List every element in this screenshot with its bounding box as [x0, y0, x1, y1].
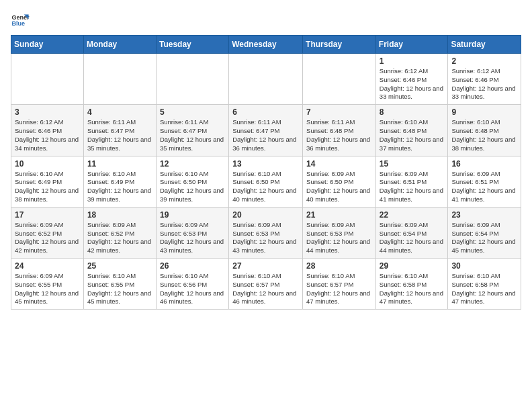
cell-text: Sunrise: 6:09 AM Sunset: 6:52 PM Dayligh… — [87, 221, 152, 255]
day-number: 12 — [160, 159, 225, 169]
calendar-cell: 19Sunrise: 6:09 AM Sunset: 6:53 PM Dayli… — [156, 207, 228, 258]
cell-text: Sunrise: 6:10 AM Sunset: 6:55 PM Dayligh… — [87, 272, 152, 306]
calendar-cell: 6Sunrise: 6:11 AM Sunset: 6:47 PM Daylig… — [229, 105, 303, 156]
calendar-header-sunday: Sunday — [11, 36, 84, 54]
cell-text: Sunrise: 6:09 AM Sunset: 6:55 PM Dayligh… — [15, 272, 80, 306]
calendar-cell: 22Sunrise: 6:09 AM Sunset: 6:54 PM Dayli… — [375, 207, 448, 258]
day-number: 5 — [160, 107, 225, 117]
calendar-cell — [156, 54, 228, 105]
cell-text: Sunrise: 6:10 AM Sunset: 6:48 PM Dayligh… — [451, 118, 517, 152]
logo-icon: General Blue — [11, 11, 30, 30]
day-number: 20 — [232, 210, 299, 220]
calendar-cell: 4Sunrise: 6:11 AM Sunset: 6:47 PM Daylig… — [83, 105, 156, 156]
calendar-cell: 30Sunrise: 6:10 AM Sunset: 6:58 PM Dayli… — [448, 259, 521, 310]
cell-text: Sunrise: 6:11 AM Sunset: 6:48 PM Dayligh… — [306, 118, 372, 152]
calendar-cell: 7Sunrise: 6:11 AM Sunset: 6:48 PM Daylig… — [303, 105, 376, 156]
day-number: 11 — [87, 159, 152, 169]
day-number: 22 — [380, 210, 445, 220]
day-number: 28 — [306, 261, 372, 271]
svg-text:Blue: Blue — [11, 20, 25, 27]
cell-text: Sunrise: 6:11 AM Sunset: 6:47 PM Dayligh… — [87, 118, 152, 152]
day-number: 21 — [306, 210, 372, 220]
calendar-cell: 21Sunrise: 6:09 AM Sunset: 6:53 PM Dayli… — [303, 207, 376, 258]
cell-text: Sunrise: 6:09 AM Sunset: 6:53 PM Dayligh… — [232, 221, 299, 255]
day-number: 7 — [306, 107, 372, 117]
calendar-header-row: SundayMondayTuesdayWednesdayThursdayFrid… — [11, 36, 521, 54]
calendar-cell: 12Sunrise: 6:10 AM Sunset: 6:50 PM Dayli… — [156, 156, 228, 207]
day-number: 25 — [87, 261, 152, 271]
calendar-cell: 28Sunrise: 6:10 AM Sunset: 6:57 PM Dayli… — [303, 259, 376, 310]
day-number: 3 — [15, 107, 80, 117]
day-number: 8 — [380, 107, 445, 117]
cell-text: Sunrise: 6:12 AM Sunset: 6:46 PM Dayligh… — [380, 67, 445, 101]
day-number: 6 — [232, 107, 299, 117]
cell-text: Sunrise: 6:11 AM Sunset: 6:47 PM Dayligh… — [232, 118, 299, 152]
calendar-cell: 10Sunrise: 6:10 AM Sunset: 6:49 PM Dayli… — [11, 156, 84, 207]
day-number: 16 — [451, 159, 517, 169]
cell-text: Sunrise: 6:10 AM Sunset: 6:58 PM Dayligh… — [451, 272, 517, 306]
cell-text: Sunrise: 6:10 AM Sunset: 6:57 PM Dayligh… — [306, 272, 372, 306]
day-number: 10 — [15, 159, 80, 169]
cell-text: Sunrise: 6:11 AM Sunset: 6:47 PM Dayligh… — [160, 118, 225, 152]
calendar-cell: 16Sunrise: 6:09 AM Sunset: 6:51 PM Dayli… — [448, 156, 521, 207]
cell-text: Sunrise: 6:09 AM Sunset: 6:53 PM Dayligh… — [306, 221, 372, 255]
calendar-header-saturday: Saturday — [448, 36, 521, 54]
cell-text: Sunrise: 6:10 AM Sunset: 6:58 PM Dayligh… — [380, 272, 445, 306]
day-number: 13 — [232, 159, 299, 169]
day-number: 9 — [451, 107, 517, 117]
calendar-header-monday: Monday — [83, 36, 156, 54]
day-number: 2 — [451, 56, 517, 66]
calendar-cell: 24Sunrise: 6:09 AM Sunset: 6:55 PM Dayli… — [11, 259, 84, 310]
calendar-cell — [229, 54, 303, 105]
calendar-cell: 11Sunrise: 6:10 AM Sunset: 6:49 PM Dayli… — [83, 156, 156, 207]
calendar: SundayMondayTuesdayWednesdayThursdayFrid… — [11, 35, 521, 310]
calendar-cell: 25Sunrise: 6:10 AM Sunset: 6:55 PM Dayli… — [83, 259, 156, 310]
calendar-cell: 1Sunrise: 6:12 AM Sunset: 6:46 PM Daylig… — [375, 54, 448, 105]
logo: General Blue — [11, 11, 32, 30]
calendar-cell: 14Sunrise: 6:09 AM Sunset: 6:50 PM Dayli… — [303, 156, 376, 207]
cell-text: Sunrise: 6:12 AM Sunset: 6:46 PM Dayligh… — [15, 118, 80, 152]
calendar-cell: 17Sunrise: 6:09 AM Sunset: 6:52 PM Dayli… — [11, 207, 84, 258]
cell-text: Sunrise: 6:10 AM Sunset: 6:48 PM Dayligh… — [380, 118, 445, 152]
day-number: 29 — [380, 261, 445, 271]
calendar-header-friday: Friday — [375, 36, 448, 54]
calendar-cell — [83, 54, 156, 105]
calendar-cell: 20Sunrise: 6:09 AM Sunset: 6:53 PM Dayli… — [229, 207, 303, 258]
calendar-cell: 5Sunrise: 6:11 AM Sunset: 6:47 PM Daylig… — [156, 105, 228, 156]
day-number: 30 — [451, 261, 517, 271]
day-number: 19 — [160, 210, 225, 220]
day-number: 27 — [232, 261, 299, 271]
calendar-cell: 2Sunrise: 6:12 AM Sunset: 6:46 PM Daylig… — [448, 54, 521, 105]
calendar-cell: 13Sunrise: 6:10 AM Sunset: 6:50 PM Dayli… — [229, 156, 303, 207]
day-number: 1 — [380, 56, 445, 66]
calendar-cell: 8Sunrise: 6:10 AM Sunset: 6:48 PM Daylig… — [375, 105, 448, 156]
cell-text: Sunrise: 6:10 AM Sunset: 6:50 PM Dayligh… — [232, 170, 299, 204]
cell-text: Sunrise: 6:09 AM Sunset: 6:51 PM Dayligh… — [380, 170, 445, 204]
calendar-week-5: 24Sunrise: 6:09 AM Sunset: 6:55 PM Dayli… — [11, 259, 521, 310]
day-number: 15 — [380, 159, 445, 169]
calendar-header-tuesday: Tuesday — [156, 36, 228, 54]
cell-text: Sunrise: 6:10 AM Sunset: 6:56 PM Dayligh… — [160, 272, 225, 306]
calendar-cell: 15Sunrise: 6:09 AM Sunset: 6:51 PM Dayli… — [375, 156, 448, 207]
calendar-week-4: 17Sunrise: 6:09 AM Sunset: 6:52 PM Dayli… — [11, 207, 521, 258]
cell-text: Sunrise: 6:10 AM Sunset: 6:49 PM Dayligh… — [15, 170, 80, 204]
cell-text: Sunrise: 6:09 AM Sunset: 6:54 PM Dayligh… — [451, 221, 517, 255]
day-number: 17 — [15, 210, 80, 220]
page-header: General Blue — [11, 11, 521, 30]
cell-text: Sunrise: 6:09 AM Sunset: 6:54 PM Dayligh… — [380, 221, 445, 255]
cell-text: Sunrise: 6:09 AM Sunset: 6:51 PM Dayligh… — [451, 170, 517, 204]
day-number: 14 — [306, 159, 372, 169]
day-number: 26 — [160, 261, 225, 271]
cell-text: Sunrise: 6:09 AM Sunset: 6:52 PM Dayligh… — [15, 221, 80, 255]
cell-text: Sunrise: 6:10 AM Sunset: 6:49 PM Dayligh… — [87, 170, 152, 204]
calendar-cell — [303, 54, 376, 105]
cell-text: Sunrise: 6:10 AM Sunset: 6:57 PM Dayligh… — [232, 272, 299, 306]
cell-text: Sunrise: 6:09 AM Sunset: 6:53 PM Dayligh… — [160, 221, 225, 255]
calendar-cell: 27Sunrise: 6:10 AM Sunset: 6:57 PM Dayli… — [229, 259, 303, 310]
calendar-week-1: 1Sunrise: 6:12 AM Sunset: 6:46 PM Daylig… — [11, 54, 521, 105]
calendar-cell — [11, 54, 84, 105]
calendar-header-wednesday: Wednesday — [229, 36, 303, 54]
day-number: 4 — [87, 107, 152, 117]
calendar-body: 1Sunrise: 6:12 AM Sunset: 6:46 PM Daylig… — [11, 54, 521, 310]
calendar-cell: 29Sunrise: 6:10 AM Sunset: 6:58 PM Dayli… — [375, 259, 448, 310]
